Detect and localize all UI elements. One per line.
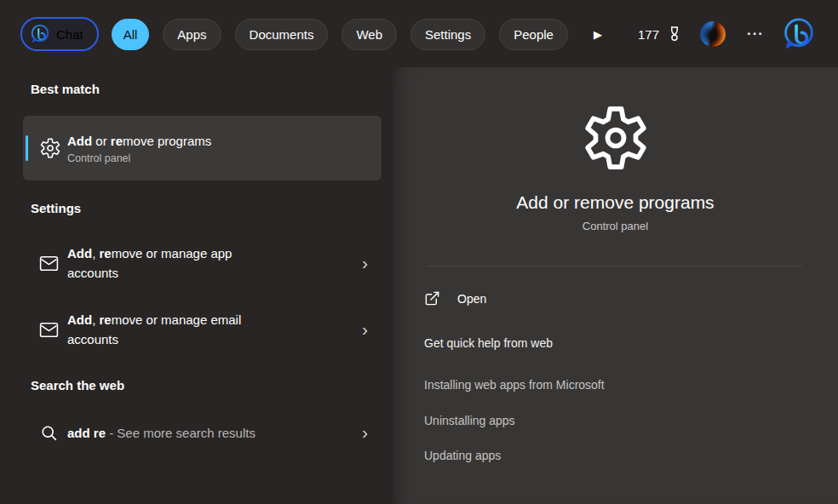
chevron-right-icon: › [362,254,368,272]
best-match-subtitle: Control panel [67,152,211,164]
result-text: Add, remove or manage email accounts [67,310,272,349]
selection-accent-bar [26,135,28,161]
preview-panel: Add or remove programs Control panel Ope… [393,67,838,504]
chevron-right-icon: › [362,423,368,441]
filter-documents[interactable]: Documents [235,19,329,50]
web-section-heading: Search the web [31,378,124,392]
preview-subtitle: Control panel [583,220,648,232]
rewards-points: 177 [638,27,659,42]
best-match-title: Add or remove programs [67,132,211,150]
result-app-accounts[interactable]: Add, remove or manage app accounts › [23,238,382,288]
bing-chat-icon [30,24,50,44]
search-query: add re [67,426,106,440]
link-installing-web-apps[interactable]: Installing web apps from Microsoft [424,377,605,392]
search-filter-bar: Chat All Apps Documents Web Settings Peo… [0,0,838,68]
search-icon [37,424,60,442]
result-text: Add, remove or manage app accounts [67,243,272,283]
chat-button[interactable]: Chat [20,17,99,51]
filter-apps[interactable]: Apps [163,19,221,50]
filter-pills: All Apps Documents Web Settings People [112,19,568,50]
best-match-heading: Best match [31,82,100,96]
settings-section-heading: Settings [31,201,81,215]
result-web-search[interactable]: add re - See more search results › [23,414,382,451]
play-icon: ▶ [594,28,602,41]
user-avatar[interactable] [700,21,726,47]
search-rest: - See more search results [106,426,255,440]
bing-logo-button[interactable] [782,16,816,52]
best-match-text: Add or remove programs Control panel [67,132,211,164]
more-filters-button[interactable]: ▶ [587,21,609,47]
link-uninstalling-apps[interactable]: Uninstalling apps [424,413,515,428]
medal-icon [665,25,684,43]
result-text: add re - See more search results [67,426,255,440]
open-action[interactable]: Open [424,290,486,306]
open-label: Open [457,292,486,306]
chevron-right-icon: › [362,320,368,338]
filter-settings[interactable]: Settings [410,19,485,50]
chat-label: Chat [56,27,83,42]
filter-web[interactable]: Web [342,19,397,50]
rewards-button[interactable]: 177 [638,25,684,43]
preview-title: Add or remove programs [516,192,714,213]
bing-logo-icon [782,16,816,52]
gear-icon-large [583,106,648,170]
ellipsis-icon: ··· [747,26,764,42]
result-email-accounts[interactable]: Add, remove or manage email accounts › [23,305,382,354]
filter-people[interactable]: People [499,19,568,50]
best-match-result[interactable]: Add or remove programs Control panel [23,116,382,180]
gear-icon [40,138,60,158]
envelope-icon [37,319,60,341]
filter-all[interactable]: All [112,19,150,50]
more-options-button[interactable]: ··· [747,26,764,43]
external-link-icon [424,290,440,306]
envelope-icon [37,253,60,274]
topbar-right-cluster: 177 ··· [638,16,816,52]
windows-search-flyout: Chat All Apps Documents Web Settings Peo… [0,0,838,504]
link-quick-help[interactable]: Get quick help from web [424,335,553,351]
divider [428,266,802,266]
link-updating-apps[interactable]: Updating apps [424,448,501,463]
